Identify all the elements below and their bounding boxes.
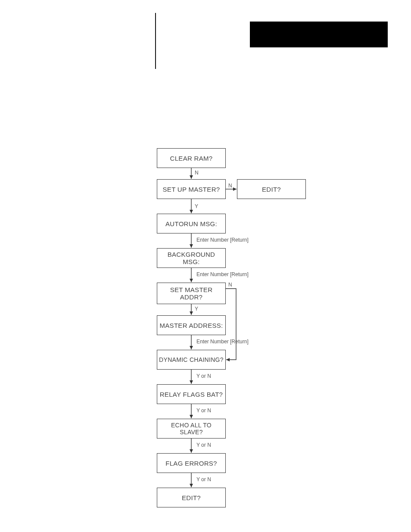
label-enter-master-address: Enter Number [Return] [196, 339, 249, 345]
node-flag-errors: FLAG ERRORS? [157, 453, 226, 473]
page: CLEAR RAM? SET UP MASTER? EDIT? AUTORUN … [0, 0, 411, 532]
node-relay-flags: RELAY FLAGS BAT? [157, 384, 226, 404]
node-master-address: MASTER ADDRESS: [157, 315, 226, 335]
label-yn-dynamic: Y or N [196, 373, 211, 379]
node-set-master-addr: SET MASTER ADDR? [157, 283, 226, 304]
node-echo-slave: ECHO ALL TO SLAVE? [157, 419, 226, 439]
node-background: BACKGROUND MSG: [157, 248, 226, 268]
node-autorun: AUTORUN MSG: [157, 214, 226, 233]
label-y-set-master-addr: Y [195, 306, 198, 312]
node-dynamic-chaining: DYNAMIC CHAINING? [157, 350, 226, 370]
label-n-clear-ram: N [195, 170, 199, 176]
top-divider [155, 13, 156, 69]
node-edit-bottom: EDIT? [157, 488, 226, 507]
label-y-setup-master: Y [195, 203, 198, 209]
node-clear-ram: CLEAR RAM? [157, 148, 226, 168]
node-setup-master: SET UP MASTER? [157, 179, 226, 199]
label-enter-autorun: Enter Number [Return] [196, 237, 249, 243]
label-yn-relay: Y or N [196, 408, 211, 414]
label-yn-flag: Y or N [196, 476, 211, 482]
label-n-setup-master: N [228, 183, 232, 189]
node-edit-right: EDIT? [237, 179, 306, 199]
label-n-set-master-addr: N [228, 282, 232, 288]
title-block [250, 22, 388, 47]
label-enter-background: Enter Number [Return] [196, 271, 249, 277]
label-yn-echo: Y or N [196, 442, 211, 448]
